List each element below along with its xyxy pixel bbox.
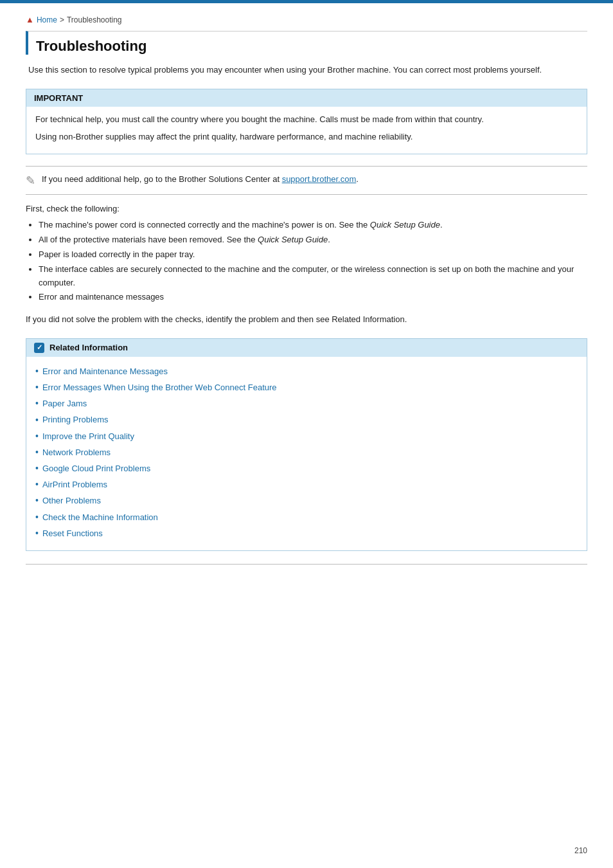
related-link-print-quality[interactable]: Improve the Print Quality	[42, 429, 134, 444]
important-body: For technical help, you must call the co…	[26, 107, 587, 154]
important-box: IMPORTANT For technical help, you must c…	[26, 89, 587, 155]
list-item: Error and maintenance messages	[39, 291, 587, 304]
related-info-header: ✓ Related Information	[26, 339, 587, 357]
related-link-network-problems[interactable]: Network Problems	[42, 445, 111, 460]
checkmark-icon: ✓	[34, 343, 44, 353]
related-link-other-problems[interactable]: Other Problems	[42, 493, 101, 508]
list-item: All of the protective materials have bee…	[39, 233, 587, 247]
related-info-title: Related Information	[49, 343, 128, 352]
note-link[interactable]: support.brother.com	[282, 174, 357, 184]
first-check-list: The machine's power cord is connected co…	[26, 219, 587, 304]
note-text-after: .	[356, 174, 359, 184]
list-item: Error and Maintenance Messages	[35, 363, 578, 379]
related-link-error-maintenance[interactable]: Error and Maintenance Messages	[42, 364, 168, 379]
related-link-google-cloud[interactable]: Google Cloud Print Problems	[42, 461, 150, 476]
resolve-text-content: If you did not solve the problem with th…	[26, 314, 407, 324]
list-item: Other Problems	[35, 493, 578, 509]
list-item: AirPrint Problems	[35, 476, 578, 493]
important-header: IMPORTANT	[26, 89, 587, 107]
note-text: If you need additional help, go to the B…	[42, 173, 359, 186]
related-link-printing-problems[interactable]: Printing Problems	[42, 412, 109, 427]
page-number: 210	[574, 846, 587, 855]
important-line-2: Using non-Brother supplies may affect th…	[35, 131, 578, 144]
list-item: Google Cloud Print Problems	[35, 460, 578, 476]
resolve-text: If you did not solve the problem with th…	[26, 313, 587, 327]
bottom-rule	[26, 564, 587, 565]
breadcrumb-home-link[interactable]: Home	[37, 15, 57, 24]
breadcrumb: ▲ Home > Troubleshooting	[26, 15, 587, 24]
related-link-machine-info[interactable]: Check the Machine Information	[42, 510, 158, 525]
related-link-error-web-connect[interactable]: Error Messages When Using the Brother We…	[42, 380, 277, 395]
related-link-airprint[interactable]: AirPrint Problems	[42, 477, 107, 492]
list-item: Paper is loaded correctly in the paper t…	[39, 248, 587, 262]
related-link-paper-jams[interactable]: Paper Jams	[42, 396, 87, 411]
list-item: Printing Problems	[35, 412, 578, 428]
page-title: Troubleshooting	[36, 38, 587, 55]
important-line-1: For technical help, you must call the co…	[35, 113, 578, 127]
first-check-label: First, check the following:	[26, 204, 587, 213]
list-item: The machine's power cord is connected co…	[39, 219, 587, 232]
related-info-section: ✓ Related Information Error and Maintena…	[26, 338, 587, 551]
page-title-section: Troubleshooting	[26, 31, 587, 55]
home-icon: ▲	[26, 15, 34, 24]
list-item: The interface cables are securely connec…	[39, 263, 587, 290]
related-link-reset-functions[interactable]: Reset Functions	[42, 526, 103, 541]
list-item: Improve the Print Quality	[35, 428, 578, 444]
list-item: Check the Machine Information	[35, 509, 578, 525]
note-box: ✎ If you need additional help, go to the…	[26, 166, 587, 195]
list-item: Network Problems	[35, 444, 578, 460]
breadcrumb-current: Troubleshooting	[67, 15, 122, 24]
related-info-body: Error and Maintenance Messages Error Mes…	[26, 357, 587, 550]
note-text-before: If you need additional help, go to the B…	[42, 174, 282, 184]
list-item: Paper Jams	[35, 395, 578, 411]
list-item: Reset Functions	[35, 525, 578, 541]
breadcrumb-separator: >	[60, 15, 64, 24]
intro-text: Use this section to resolve typical prob…	[26, 64, 587, 77]
related-links-list: Error and Maintenance Messages Error Mes…	[35, 363, 578, 541]
list-item: Error Messages When Using the Brother We…	[35, 379, 578, 395]
pencil-icon: ✎	[26, 174, 35, 188]
